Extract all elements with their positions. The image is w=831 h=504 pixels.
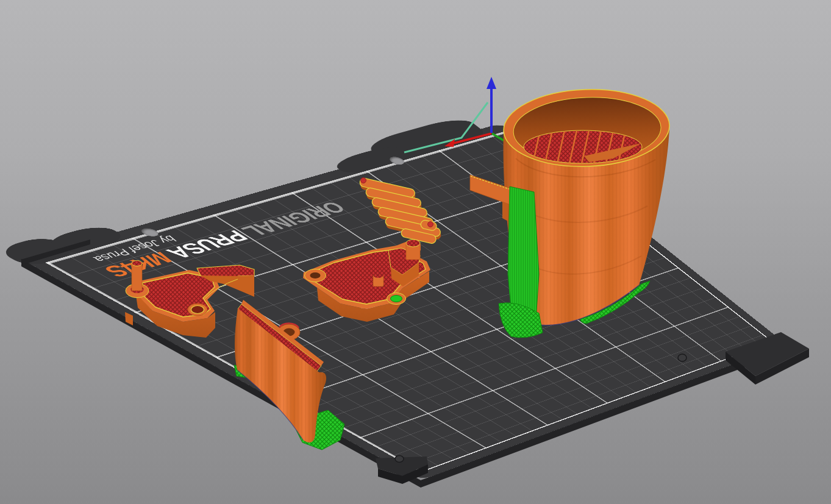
model-serpentine-spring[interactable] — [359, 177, 442, 244]
model-flat-bracket-plate[interactable] — [303, 240, 430, 322]
model-cup-with-supports[interactable] — [470, 87, 671, 338]
model-vertical-plate[interactable] — [234, 300, 344, 450]
slicer-3d-viewport[interactable]: ORIGINAL PRUSA MK4S by Josef Prusa — [0, 0, 831, 504]
models-overlay — [0, 0, 831, 504]
origin-axes — [404, 77, 496, 152]
seam-dot — [361, 178, 366, 183]
seam-dot — [428, 222, 433, 227]
travel-line — [404, 102, 488, 152]
bed-tab-peg — [395, 456, 404, 463]
bracket-pin — [132, 263, 142, 291]
boss-top — [406, 240, 420, 247]
model-bracket-with-pin[interactable] — [125, 261, 254, 338]
bed-tab-peg — [678, 354, 687, 361]
z-axis-arrowhead — [487, 77, 496, 89]
